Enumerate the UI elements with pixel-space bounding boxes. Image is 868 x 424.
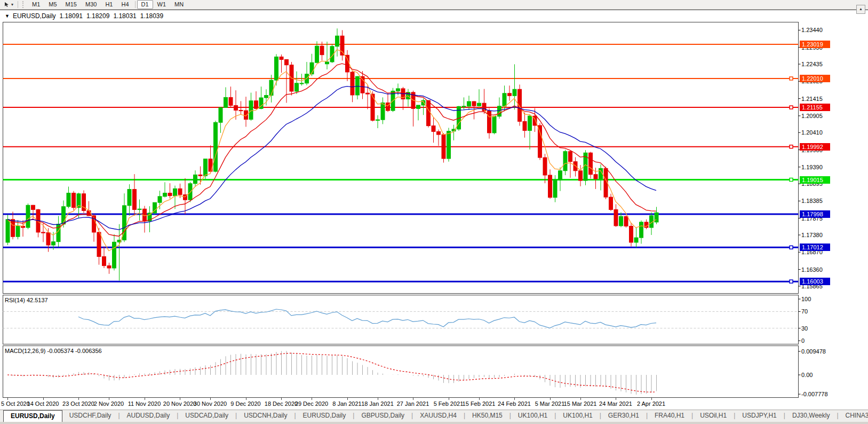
- chart-tab-7[interactable]: XAUUSD,H4: [413, 410, 464, 422]
- chart-tab-8[interactable]: HK50,M15: [465, 410, 509, 422]
- candle-body: [320, 46, 324, 54]
- timeframe-button-M30[interactable]: M30: [81, 1, 101, 9]
- candle-body: [442, 135, 445, 159]
- timeframe-button-M15[interactable]: M15: [61, 1, 81, 9]
- price-tick-label: 1.20410: [801, 129, 823, 136]
- date-tick-mark: [281, 398, 282, 400]
- chart-canvas[interactable]: 1.234401.229301.224351.219251.214151.209…: [0, 21, 868, 398]
- collapse-chart-icon[interactable]: ▼: [5, 13, 10, 19]
- timeframe-button-H1[interactable]: H1: [101, 1, 117, 9]
- chart-tab-10[interactable]: UK100,H1: [556, 410, 599, 422]
- macd-tick-label: 0.009478: [801, 348, 826, 355]
- price-line-badge-1.19992: 1.19992: [800, 143, 830, 151]
- chart-tab-15[interactable]: DJ30,Weekly: [785, 410, 837, 422]
- date-tick-mark: [78, 398, 79, 400]
- candle-body: [113, 242, 116, 268]
- chart-tab-1[interactable]: USDCHF,Daily: [62, 410, 118, 422]
- chart-tab-16[interactable]: CHINA300,H1: [839, 410, 868, 422]
- timeframe-button-D1[interactable]: D1: [137, 0, 153, 9]
- line-handle[interactable]: [790, 145, 793, 148]
- price-line-badge-1.23019: 1.23019: [800, 41, 830, 48]
- price-tick-label: 1.22435: [801, 61, 823, 67]
- candle-body: [325, 62, 329, 64]
- candle-body: [634, 238, 638, 242]
- candle-body: [366, 93, 370, 94]
- timeframe-button-MN[interactable]: MN: [170, 1, 188, 9]
- timeframe-button-H4[interactable]: H4: [117, 1, 133, 9]
- candle-body: [472, 101, 476, 106]
- date-tick-mark: [180, 398, 180, 400]
- price-line-badge-1.17998: 1.17998: [800, 210, 830, 218]
- price-line-badge-1.16003: 1.16003: [800, 278, 830, 285]
- candle-body: [523, 121, 527, 130]
- candle-body: [178, 189, 182, 194]
- chart-tab-13[interactable]: USOil,H1: [693, 410, 734, 422]
- date-tick-mark: [514, 398, 515, 400]
- candle-body: [351, 72, 354, 95]
- toolbar-separator: [18, 1, 18, 8]
- main-panel[interactable]: [3, 22, 799, 294]
- candle-body: [503, 93, 506, 106]
- chart-title-strip: ▼ EURUSD,Daily 1.18091 1.18209 1.18031 1…: [0, 10, 868, 22]
- chart-tab-4[interactable]: USDCNH,Daily: [237, 410, 294, 422]
- rsi-tick-label: 0: [801, 337, 805, 344]
- date-axis[interactable]: 5 Oct 202014 Oct 202023 Oct 20202 Nov 20…: [0, 398, 868, 410]
- line-handle[interactable]: [790, 178, 793, 182]
- price-tick-label: 1.18385: [801, 198, 823, 204]
- status-strip: [0, 422, 868, 424]
- candle-body: [371, 94, 375, 120]
- toolbar: ▾ M1M5M15M30H1H4D1W1MN: [0, 0, 868, 10]
- timeframe-button-W1[interactable]: W1: [153, 1, 171, 9]
- rsi-panel[interactable]: [3, 295, 799, 344]
- date-tick-mark: [580, 398, 581, 400]
- candle-body: [52, 242, 55, 245]
- timeframe-button-M5[interactable]: M5: [44, 1, 61, 9]
- candle-body: [72, 193, 76, 208]
- macd-tick-label: 0.00: [801, 372, 813, 378]
- line-handle[interactable]: [790, 77, 793, 80]
- chart-tab-5[interactable]: EURUSD,Daily: [296, 410, 353, 422]
- chart-tab-6[interactable]: GBPUSD,Daily: [354, 410, 411, 422]
- line-handle[interactable]: [790, 106, 793, 109]
- chart-tab-3[interactable]: USDCAD,Daily: [178, 410, 235, 422]
- macd-tick-label: -0.007778: [801, 391, 828, 397]
- candle-body: [6, 219, 10, 242]
- toolbar-separator: [135, 1, 136, 8]
- candle-body: [173, 189, 177, 195]
- candle-body: [640, 222, 643, 238]
- macd-panel[interactable]: [3, 346, 799, 398]
- price-tick-label: 1.23440: [801, 27, 823, 33]
- candle-body: [361, 76, 364, 93]
- candle-body: [67, 193, 70, 207]
- candle-body: [219, 107, 222, 122]
- candle-body: [508, 93, 512, 96]
- chart-tab-12[interactable]: FRA40,H1: [648, 410, 691, 422]
- candle-body: [569, 152, 572, 162]
- chart-tab-9[interactable]: UK100,H1: [511, 410, 554, 422]
- timeframe-button-M1[interactable]: M1: [28, 1, 44, 9]
- line-handle[interactable]: [790, 280, 793, 283]
- chart-tab-0[interactable]: EURUSD,Daily: [3, 410, 62, 422]
- chart-tab-2[interactable]: AUDUSD,Daily: [120, 410, 177, 422]
- line-handle[interactable]: [790, 246, 793, 249]
- candle-body: [417, 105, 420, 108]
- chart-tab-11[interactable]: GER30,H1: [601, 410, 646, 422]
- date-tick-mark: [449, 398, 449, 400]
- candle-body: [244, 111, 248, 119]
- cursor-tool-button[interactable]: ▾: [2, 2, 15, 8]
- chevron-down-icon: ▾: [11, 2, 13, 7]
- date-tick-mark: [347, 398, 348, 400]
- candle-body: [553, 180, 557, 197]
- candle-body: [513, 89, 516, 96]
- candle-body: [107, 266, 111, 268]
- scroll-up-button[interactable]: ▲: [856, 5, 865, 14]
- candle-body: [198, 175, 202, 176]
- candle-body: [254, 101, 258, 109]
- crosshair-cursor-icon: [4, 2, 10, 8]
- candle-body: [97, 232, 101, 257]
- toolbar-grip-handle[interactable]: [22, 1, 25, 8]
- candle-body: [356, 76, 360, 95]
- chart-tab-14[interactable]: USDJPY,H1: [735, 410, 783, 422]
- price-tick-label: 1.16360: [801, 266, 823, 273]
- candle-body: [447, 131, 451, 159]
